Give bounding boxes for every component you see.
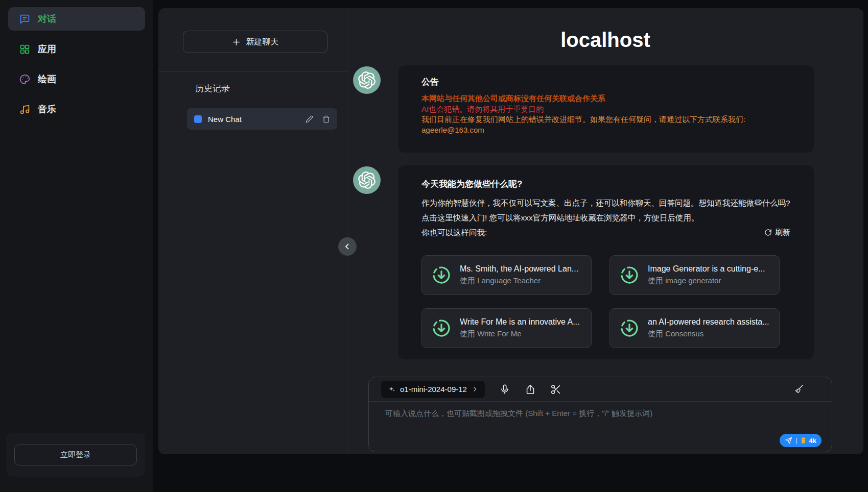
announcement-contact: 我们目前正在修复我们网站上的错误并改进细节。如果您有任何疑问，请通过以下方式联系… — [421, 114, 790, 125]
composer: o1-mini-2024-09-12 — [368, 377, 832, 452]
sidebar-item-label: 应用 — [38, 43, 56, 55]
openai-logo-icon — [358, 71, 376, 89]
contact-email: ageerle@163.com — [421, 125, 790, 136]
suggestion-grid: Ms. Smith, the AI-powered Lan... 使用 Lang… — [421, 255, 790, 348]
suggestion-title: Image Generator is a cutting-e... — [648, 264, 765, 274]
apps-grid-icon — [19, 44, 30, 55]
suggestion-title: Ms. Smith, the AI-powered Lan... — [460, 264, 578, 274]
composer-toolbar: o1-mini-2024-09-12 — [369, 377, 832, 402]
arrow-down-circle-icon — [431, 265, 452, 285]
model-label: o1-mini-2024-09-12 — [400, 385, 467, 393]
clear-context-button[interactable] — [793, 384, 804, 395]
history-item-title: New Chat — [208, 115, 296, 124]
workspace: 新建聊天 历史记录 New Chat — [158, 8, 863, 454]
token-badge: 4k — [809, 437, 816, 445]
arrow-down-circle-icon — [619, 265, 640, 285]
delete-chat-button[interactable] — [322, 115, 330, 123]
page-title: localhost — [347, 29, 863, 52]
sidebar-item-label: 绘画 — [38, 73, 56, 85]
trash-icon — [322, 115, 330, 123]
openai-logo-icon — [358, 171, 376, 189]
sidebar-item-paint[interactable]: 绘画 — [8, 67, 145, 91]
assistant-avatar — [353, 66, 381, 94]
history-item[interactable]: New Chat — [187, 108, 337, 130]
message-input[interactable] — [385, 409, 815, 439]
sidebar-item-label: 对话 — [38, 13, 56, 25]
palette-icon — [19, 74, 30, 85]
assistant-message-welcome: 今天我能为您做些什么呢? 作为你的智慧伙伴，我不仅可以写文案、出点子，还可以和你… — [353, 165, 814, 359]
sidebar-item-apps[interactable]: 应用 — [8, 37, 145, 61]
refresh-icon — [764, 229, 772, 236]
welcome-body: 作为你的智慧伙伴，我不仅可以写文案、出点子，还可以和你聊天、回答问题。想知道我还… — [421, 195, 790, 225]
collapse-sidebar-button[interactable] — [338, 237, 357, 256]
divider: | — [795, 437, 797, 444]
new-chat-button[interactable]: 新建聊天 — [183, 31, 327, 53]
paper-plane-icon — [785, 437, 792, 445]
ask-hint: 你也可以这样问我: — [421, 225, 487, 240]
suggestion-card[interactable]: Image Generator is a cutting-e... 使用 ima… — [609, 255, 780, 295]
music-note-icon — [19, 104, 30, 115]
welcome-bubble: 今天我能为您做些什么呢? 作为你的智慧伙伴，我不仅可以写文案、出点子，还可以和你… — [398, 165, 814, 359]
token-coin-icon — [801, 437, 806, 444]
upload-icon — [525, 384, 536, 395]
announcement-heading: 公告 — [421, 76, 790, 89]
assistant-avatar — [353, 166, 381, 194]
broom-icon — [793, 384, 804, 395]
chat-main: localhost 公告 本网站与任何其他公司或商标没有任何关联或合作关系 AI… — [347, 8, 863, 454]
welcome-heading: 今天我能为您做些什么呢? — [421, 178, 790, 191]
suggestion-subtitle: 使用 Language Teacher — [460, 276, 578, 286]
sidebar-item-music[interactable]: 音乐 — [8, 97, 145, 121]
send-button[interactable]: | 4k — [780, 434, 822, 447]
suggestion-title: Write For Me is an innovative A... — [460, 317, 579, 327]
sparkle-icon — [388, 385, 395, 393]
refresh-suggestions-button[interactable]: 刷新 — [764, 228, 790, 237]
chat-list-panel: 新建聊天 历史记录 New Chat — [158, 8, 347, 454]
suggestion-card[interactable]: Ms. Smith, the AI-powered Lan... 使用 Lang… — [421, 255, 592, 295]
login-button[interactable]: 立即登录 — [14, 445, 137, 465]
sidebar-item-chat[interactable]: 对话 — [8, 7, 145, 31]
announcement-warning: AI也会犯错。请勿将其用于重要目的 — [421, 104, 790, 115]
upload-file-button[interactable] — [525, 384, 536, 395]
model-selector[interactable]: o1-mini-2024-09-12 — [381, 381, 485, 398]
chat-item-icon — [194, 115, 202, 123]
login-card: 立即登录 — [6, 433, 145, 477]
announcement-bubble: 公告 本网站与任何其他公司或商标没有任何关联或合作关系 AI也会犯错。请勿将其用… — [398, 65, 814, 153]
suggestion-title: an AI-powered research assista... — [648, 317, 769, 327]
suggestion-subtitle: 使用 Write For Me — [460, 329, 579, 339]
plus-icon — [232, 38, 241, 46]
arrow-down-circle-icon — [619, 318, 640, 338]
suggestion-card[interactable]: an AI-powered research assista... 使用 Con… — [609, 308, 780, 348]
edit-chat-button[interactable] — [306, 115, 313, 123]
chat-bubble-icon — [19, 14, 30, 24]
suggestion-subtitle: 使用 Consensus — [648, 329, 769, 339]
app-root: 对话 应用 绘画 音乐 立即登录 — [0, 0, 868, 492]
scissors-icon — [550, 384, 561, 395]
history-heading: 历史记录 — [195, 83, 230, 94]
suggestion-card[interactable]: Write For Me is an innovative A... 使用 Wr… — [421, 308, 592, 348]
sidebar: 对话 应用 绘画 音乐 立即登录 — [0, 0, 153, 492]
suggestion-subtitle: 使用 image generator — [648, 276, 765, 286]
divider — [158, 71, 347, 72]
pencil-icon — [306, 115, 313, 123]
chevron-right-icon — [472, 386, 478, 392]
microphone-icon — [499, 384, 510, 395]
screenshot-cut-button[interactable] — [550, 384, 561, 395]
sidebar-item-label: 音乐 — [38, 103, 56, 115]
assistant-message-announcement: 公告 本网站与任何其他公司或商标没有任何关联或合作关系 AI也会犯错。请勿将其用… — [353, 65, 814, 153]
voice-input-button[interactable] — [499, 384, 510, 395]
composer-input-area: | 4k — [369, 402, 832, 452]
arrow-down-circle-icon — [431, 318, 452, 338]
chevron-left-icon — [343, 242, 352, 251]
announcement-notice: 本网站与任何其他公司或商标没有任何关联或合作关系 — [421, 93, 790, 104]
